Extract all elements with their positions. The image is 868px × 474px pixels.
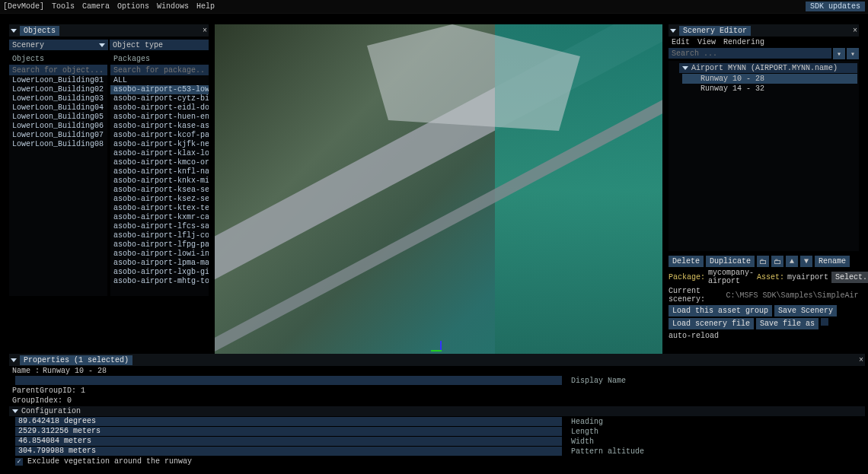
- exclude-vegetation-label: Exclude vegetation around the runway: [27, 457, 192, 466]
- package-list-item[interactable]: asobo-airport-c53-lowerlo: [110, 85, 209, 94]
- properties-panel: Properties (1 selected) × Name : Runway …: [9, 354, 865, 466]
- select-asset-button[interactable]: Select...: [831, 272, 868, 283]
- object-type-combo[interactable]: Object type: [110, 40, 209, 50]
- save-file-as-button[interactable]: Save file as: [756, 318, 819, 329]
- tree-child-runway[interactable]: Runway 10 - 28: [682, 74, 857, 84]
- package-list-item[interactable]: asobo-airport-ksez-sedona: [110, 195, 209, 204]
- property-value-input[interactable]: 46.854084 meters: [15, 437, 562, 446]
- package-list-item[interactable]: asobo-airport-knfl-nas-fa: [110, 167, 209, 177]
- current-scenery-path: C:\MSFS SDK\Samples\SimpleAirport\Packa: [726, 291, 859, 300]
- package-list-item[interactable]: asobo-airport-lfcs-saucat: [110, 222, 209, 231]
- configuration-section[interactable]: Configuration: [9, 406, 865, 416]
- exclude-vegetation-checkbox[interactable]: ✓: [15, 458, 23, 466]
- object-list-item[interactable]: LowerLoon_Building05: [9, 113, 107, 122]
- package-list-item[interactable]: asobo-airport-kase-aspen-: [110, 122, 209, 131]
- scenery-combo-label: Scenery: [12, 41, 44, 49]
- property-row: 304.799988 metersPattern altitude: [9, 447, 865, 456]
- display-name-input[interactable]: [15, 376, 562, 385]
- package-list-item[interactable]: asobo-airport-lfpg-paris-: [110, 240, 209, 250]
- close-icon[interactable]: ×: [853, 27, 857, 35]
- save-scenery-button[interactable]: Save Scenery: [774, 305, 837, 317]
- property-label: Pattern altitude: [571, 447, 644, 456]
- folder-icon[interactable]: 🗀: [757, 256, 769, 267]
- object-list-item[interactable]: LowerLoon_Building08: [9, 140, 107, 149]
- properties-title: Properties (1 selected): [20, 355, 132, 365]
- property-label: Width: [571, 437, 594, 446]
- property-row: 46.854084 metersWidth: [9, 437, 865, 446]
- menu-camera[interactable]: Camera: [82, 2, 110, 11]
- tree-child-runway[interactable]: Runway 14 - 32: [682, 84, 857, 94]
- package-list-item[interactable]: asobo-airport-cytz-billy-: [110, 94, 209, 103]
- package-list-item[interactable]: asobo-airport-kmco-orland: [110, 158, 209, 167]
- package-list-item[interactable]: asobo-airport-lowi-innsbr: [110, 250, 209, 259]
- rename-button[interactable]: Rename: [815, 256, 850, 267]
- package-list-item[interactable]: asobo-airport-kcof-patric: [110, 131, 209, 140]
- package-list[interactable]: ALLasobo-airport-c53-lowerloasobo-airpor…: [110, 75, 209, 296]
- down-icon[interactable]: ▼: [800, 256, 812, 267]
- sdk-updates[interactable]: SDK updates: [806, 2, 865, 11]
- package-label: Package:: [669, 273, 705, 282]
- collapse-icon[interactable]: [11, 358, 17, 362]
- package-list-item[interactable]: asobo-airport-lxgb-gibral: [110, 268, 209, 277]
- up-icon[interactable]: ▲: [786, 256, 798, 267]
- package-list-item[interactable]: asobo-airport-eidl-donega: [110, 103, 209, 113]
- object-list-item[interactable]: LowerLoon_Building06: [9, 122, 107, 131]
- object-list-item[interactable]: LowerLoon_Building03: [9, 94, 107, 103]
- filter-icon[interactable]: ▾: [833, 48, 845, 59]
- auto-reload-checkbox[interactable]: [821, 318, 828, 326]
- object-list[interactable]: LowerLoon_Building01LowerLoon_Building02…: [9, 75, 107, 296]
- package-list-item[interactable]: asobo-airport-kjfk-new-yo: [110, 140, 209, 149]
- scenery-combo[interactable]: Scenery: [9, 40, 108, 50]
- package-list-item[interactable]: asobo-airport-mhtg-toncon: [110, 277, 209, 286]
- object-list-item[interactable]: LowerLoon_Building01: [9, 76, 107, 85]
- menu-help[interactable]: Help: [196, 2, 215, 11]
- package-list-item[interactable]: asobo-airport-ktex-tellur: [110, 204, 209, 213]
- load-scenery-file-button[interactable]: Load scenery file: [669, 318, 754, 329]
- tree-child-label: Runway 10 - 28: [700, 75, 764, 83]
- menu-tools[interactable]: Tools: [52, 2, 75, 11]
- property-row: 89.642418 degreesHeading: [9, 417, 865, 426]
- axis-gizmo[interactable]: [436, 341, 446, 352]
- objects-heading: Objects: [9, 53, 107, 65]
- folder2-icon[interactable]: 🗀: [771, 256, 783, 267]
- object-search-input[interactable]: [9, 65, 107, 75]
- package-search-input[interactable]: [110, 65, 209, 75]
- collapse-icon[interactable]: [11, 29, 17, 33]
- object-list-item[interactable]: LowerLoon_Building07: [9, 131, 107, 140]
- object-list-item[interactable]: LowerLoon_Building02: [9, 85, 107, 94]
- packages-heading: Packages: [110, 53, 209, 65]
- menu-options[interactable]: Options: [117, 2, 149, 11]
- close-icon[interactable]: ×: [203, 27, 207, 35]
- delete-button[interactable]: Delete: [669, 256, 704, 267]
- parent-group-id: ParentGroupID: 1: [9, 386, 865, 396]
- package-list-item[interactable]: asobo-airport-knkx-mirama: [110, 177, 209, 186]
- object-list-item[interactable]: LowerLoon_Building04: [9, 103, 107, 113]
- collapse-icon[interactable]: [670, 29, 676, 33]
- editor-menu-edit[interactable]: Edit: [672, 38, 690, 46]
- package-list-item[interactable]: ALL: [110, 76, 209, 85]
- property-value-input[interactable]: 304.799988 meters: [15, 447, 562, 456]
- menu-windows[interactable]: Windows: [157, 2, 189, 11]
- close-icon[interactable]: ×: [859, 356, 863, 364]
- property-value-input[interactable]: 89.642418 degrees: [15, 417, 562, 426]
- package-list-item[interactable]: asobo-airport-klax-losang: [110, 149, 209, 158]
- viewport-3d[interactable]: [215, 24, 662, 358]
- package-list-item[interactable]: asobo-airport-lflj-courch: [110, 231, 209, 240]
- editor-menu-rendering[interactable]: Rendering: [723, 38, 764, 46]
- editor-search-input[interactable]: [669, 48, 831, 59]
- configuration-label: Configuration: [21, 407, 81, 415]
- package-list-item[interactable]: asobo-airport-ksea-seattl: [110, 186, 209, 195]
- package-list-item[interactable]: asobo-airport-kxmr-cap-ca: [110, 213, 209, 222]
- property-value-input[interactable]: 2529.312256 meters: [15, 427, 562, 436]
- editor-menu-view[interactable]: View: [697, 38, 716, 46]
- chevron-down-icon: [99, 43, 105, 47]
- load-asset-button[interactable]: Load this asset group: [669, 305, 772, 317]
- devmode-label[interactable]: [DevMode]: [3, 2, 44, 11]
- tree-root-airport[interactable]: Airport MYNN (AIRPORT.MYNN.name): [679, 63, 857, 73]
- package-list-item[interactable]: asobo-airport-lpma-madeir: [110, 259, 209, 268]
- auto-reload-label: auto-reload: [669, 332, 719, 340]
- filter2-icon[interactable]: ▾: [847, 48, 859, 59]
- package-list-item[interactable]: asobo-airport-huen-entebb: [110, 113, 209, 122]
- current-scenery-label: Current scenery:: [669, 287, 723, 304]
- duplicate-button[interactable]: Duplicate: [706, 256, 755, 267]
